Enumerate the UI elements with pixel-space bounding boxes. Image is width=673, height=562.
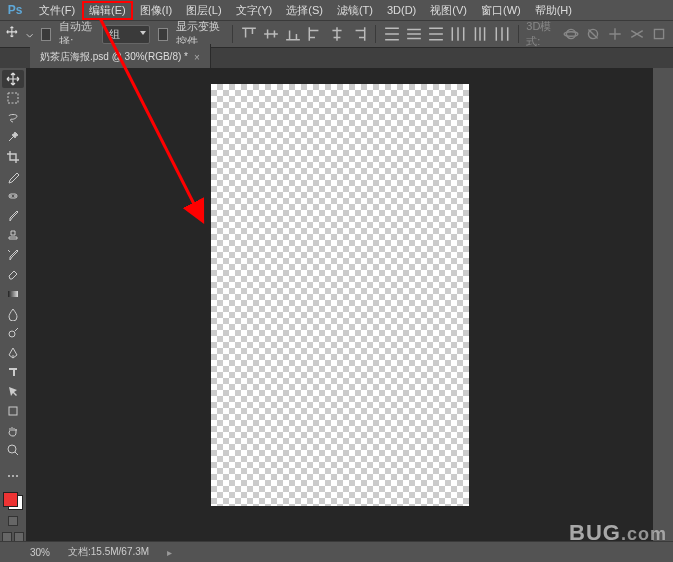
color-swatches[interactable] <box>3 492 23 510</box>
show-transform-checkbox[interactable] <box>158 28 168 41</box>
foreground-color-swatch[interactable] <box>3 492 18 507</box>
chevron-right-icon[interactable]: ▸ <box>167 547 172 558</box>
watermark: BUG.com <box>569 520 667 546</box>
mode3d-label: 3D模式: <box>526 19 555 49</box>
dist-bottom-icon[interactable] <box>428 27 444 41</box>
menu-file[interactable]: 文件(F) <box>32 1 82 20</box>
ps-logo: Ps <box>4 2 26 18</box>
document-tab-bar: 奶茶店海报.psd @ 30%(RGB/8) * × <box>0 48 673 70</box>
tool-preset-dropdown-icon[interactable] <box>26 29 33 39</box>
brush-tool[interactable] <box>2 207 24 225</box>
canvas-area[interactable] <box>26 68 653 542</box>
workspace <box>0 68 673 542</box>
align-group <box>241 27 367 41</box>
3d-orbit-icon[interactable] <box>563 27 579 41</box>
gradient-tool[interactable] <box>2 285 24 303</box>
document-tab-title: 奶茶店海报.psd @ 30%(RGB/8) * <box>40 50 188 64</box>
menu-image[interactable]: 图像(I) <box>133 1 179 20</box>
document-canvas[interactable] <box>211 84 469 506</box>
doc-size-value: 15.5M/67.3M <box>91 546 149 557</box>
separator <box>518 25 519 43</box>
svg-rect-10 <box>9 407 17 415</box>
menu-window[interactable]: 窗口(W) <box>474 1 528 20</box>
distribute-group <box>384 27 510 41</box>
zoom-tool[interactable] <box>2 442 24 460</box>
hand-tool[interactable] <box>2 422 24 440</box>
svg-point-11 <box>8 445 16 453</box>
doc-size[interactable]: 文档:15.5M/67.3M <box>68 545 149 559</box>
mode3d-group <box>563 27 667 41</box>
align-hcenter-icon[interactable] <box>329 27 345 41</box>
menu-layer[interactable]: 图层(L) <box>179 1 228 20</box>
svg-rect-4 <box>8 93 18 103</box>
zoom-level[interactable]: 30% <box>30 547 50 558</box>
lasso-tool[interactable] <box>2 109 24 127</box>
dist-hcenter-icon[interactable] <box>472 27 488 41</box>
doc-size-label: 文档: <box>68 546 91 557</box>
svg-point-14 <box>16 475 18 477</box>
separator <box>375 25 376 43</box>
dodge-tool[interactable] <box>2 324 24 342</box>
tools-panel <box>0 68 26 542</box>
menu-select[interactable]: 选择(S) <box>279 1 330 20</box>
menu-3d[interactable]: 3D(D) <box>380 2 423 18</box>
separator <box>232 25 233 43</box>
auto-select-target-dropdown[interactable]: 组 <box>102 25 150 44</box>
history-brush-tool[interactable] <box>2 246 24 264</box>
move-tool[interactable] <box>2 70 24 88</box>
edit-toolbar-icon[interactable] <box>2 467 24 485</box>
menu-view[interactable]: 视图(V) <box>423 1 474 20</box>
shape-tool[interactable] <box>2 403 24 421</box>
svg-point-9 <box>9 331 15 337</box>
3d-slide-icon[interactable] <box>629 27 645 41</box>
watermark-domain: .com <box>621 524 667 545</box>
align-right-icon[interactable] <box>351 27 367 41</box>
crop-tool[interactable] <box>2 148 24 166</box>
menu-type[interactable]: 文字(Y) <box>229 1 280 20</box>
svg-point-6 <box>11 196 12 197</box>
dist-right-icon[interactable] <box>494 27 510 41</box>
menu-filter[interactable]: 滤镜(T) <box>330 1 380 20</box>
pen-tool[interactable] <box>2 344 24 362</box>
move-tool-icon <box>6 26 18 42</box>
align-top-icon[interactable] <box>241 27 257 41</box>
svg-point-13 <box>12 475 14 477</box>
healing-tool[interactable] <box>2 187 24 205</box>
blur-tool[interactable] <box>2 305 24 323</box>
right-panel-collapsed[interactable] <box>653 68 673 542</box>
eraser-tool[interactable] <box>2 266 24 284</box>
document-tab[interactable]: 奶茶店海报.psd @ 30%(RGB/8) * × <box>30 44 211 70</box>
3d-roll-icon[interactable] <box>585 27 601 41</box>
svg-point-0 <box>566 29 575 38</box>
stamp-tool[interactable] <box>2 227 24 245</box>
close-tab-icon[interactable]: × <box>194 52 200 63</box>
svg-point-7 <box>15 196 16 197</box>
quickmask-toggle[interactable] <box>8 516 18 526</box>
dist-top-icon[interactable] <box>384 27 400 41</box>
watermark-brand: BUG <box>569 520 621 546</box>
align-vcenter-icon[interactable] <box>263 27 279 41</box>
svg-point-12 <box>8 475 10 477</box>
menu-bar: Ps 文件(F) 编辑(E) 图像(I) 图层(L) 文字(Y) 选择(S) 滤… <box>0 0 673 20</box>
3d-pan-icon[interactable] <box>607 27 623 41</box>
svg-rect-8 <box>8 291 18 297</box>
menu-edit[interactable]: 编辑(E) <box>82 1 133 20</box>
auto-select-checkbox[interactable] <box>41 28 51 41</box>
3d-scale-icon[interactable] <box>651 27 667 41</box>
align-left-icon[interactable] <box>307 27 323 41</box>
svg-rect-3 <box>654 29 663 38</box>
align-bottom-icon[interactable] <box>285 27 301 41</box>
marquee-tool[interactable] <box>2 90 24 108</box>
type-tool[interactable] <box>2 363 24 381</box>
dist-left-icon[interactable] <box>450 27 466 41</box>
menu-help[interactable]: 帮助(H) <box>528 1 579 20</box>
wand-tool[interactable] <box>2 129 24 147</box>
eyedropper-tool[interactable] <box>2 168 24 186</box>
dist-vcenter-icon[interactable] <box>406 27 422 41</box>
path-select-tool[interactable] <box>2 383 24 401</box>
